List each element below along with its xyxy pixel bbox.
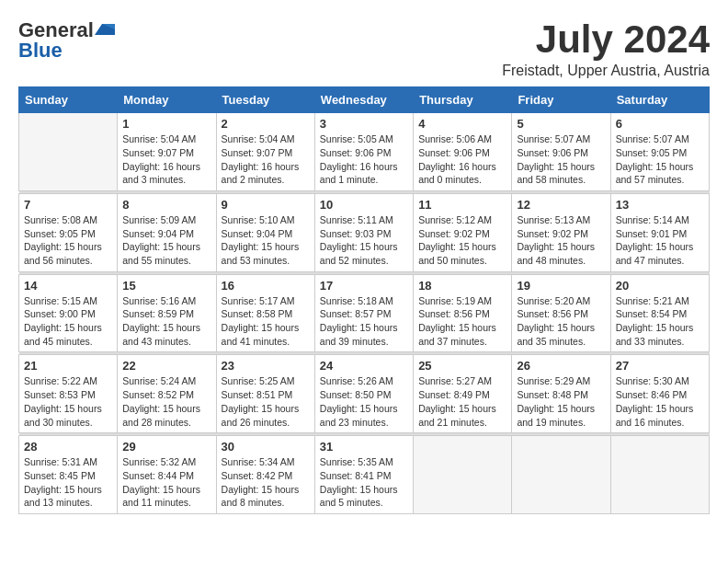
calendar-cell: 31Sunrise: 5:35 AMSunset: 8:41 PMDayligh…: [314, 436, 413, 514]
logo-blue: Blue: [18, 39, 63, 63]
calendar-cell: 24Sunrise: 5:26 AMSunset: 8:50 PMDayligh…: [314, 355, 413, 433]
calendar-week-3: 14Sunrise: 5:15 AMSunset: 9:00 PMDayligh…: [19, 274, 710, 352]
day-info: Sunrise: 5:20 AMSunset: 8:56 PMDaylight:…: [517, 294, 605, 349]
calendar-cell: 18Sunrise: 5:19 AMSunset: 8:56 PMDayligh…: [414, 274, 512, 352]
day-info: Sunrise: 5:34 AMSunset: 8:42 PMDaylight:…: [222, 455, 310, 510]
day-info: Sunrise: 5:30 AMSunset: 8:46 PMDaylight:…: [616, 374, 704, 429]
day-info: Sunrise: 5:15 AMSunset: 9:00 PMDaylight:…: [24, 294, 112, 349]
day-info: Sunrise: 5:29 AMSunset: 8:48 PMDaylight:…: [517, 374, 605, 429]
day-number: 25: [418, 359, 506, 373]
day-info: Sunrise: 5:07 AMSunset: 9:06 PMDaylight:…: [517, 132, 605, 187]
day-info: Sunrise: 5:09 AMSunset: 9:04 PMDaylight:…: [122, 213, 210, 268]
calendar-week-1: 1Sunrise: 5:04 AMSunset: 9:07 PMDaylight…: [19, 113, 710, 191]
calendar-cell: 10Sunrise: 5:11 AMSunset: 9:03 PMDayligh…: [314, 193, 413, 271]
day-info: Sunrise: 5:25 AMSunset: 8:51 PMDaylight:…: [222, 374, 310, 429]
calendar-cell: 7Sunrise: 5:08 AMSunset: 9:05 PMDaylight…: [19, 193, 118, 271]
day-number: 10: [320, 198, 408, 212]
day-number: 18: [418, 279, 506, 293]
calendar-cell: 11Sunrise: 5:12 AMSunset: 9:02 PMDayligh…: [414, 193, 512, 271]
calendar-cell: 22Sunrise: 5:24 AMSunset: 8:52 PMDayligh…: [118, 355, 216, 433]
day-number: 16: [222, 279, 310, 293]
day-info: Sunrise: 5:08 AMSunset: 9:05 PMDaylight:…: [24, 213, 112, 268]
calendar-cell: 20Sunrise: 5:21 AMSunset: 8:54 PMDayligh…: [610, 274, 709, 352]
day-number: 22: [122, 359, 210, 373]
day-info: Sunrise: 5:14 AMSunset: 9:01 PMDaylight:…: [616, 213, 704, 268]
weekday-header-thursday: Thursday: [414, 87, 512, 113]
day-number: 6: [616, 117, 704, 131]
day-info: Sunrise: 5:19 AMSunset: 8:56 PMDaylight:…: [418, 294, 506, 349]
day-number: 29: [122, 440, 210, 454]
calendar-cell: 3Sunrise: 5:05 AMSunset: 9:06 PMDaylight…: [314, 113, 413, 191]
day-number: 8: [122, 198, 210, 212]
calendar-cell: [610, 436, 709, 514]
weekday-header-monday: Monday: [118, 87, 216, 113]
day-number: 19: [517, 279, 605, 293]
day-number: 23: [222, 359, 310, 373]
day-number: 24: [320, 359, 408, 373]
day-info: Sunrise: 5:31 AMSunset: 8:45 PMDaylight:…: [24, 455, 112, 510]
calendar-cell: 17Sunrise: 5:18 AMSunset: 8:57 PMDayligh…: [314, 274, 413, 352]
day-info: Sunrise: 5:16 AMSunset: 8:59 PMDaylight:…: [122, 294, 210, 349]
weekday-header-saturday: Saturday: [610, 87, 709, 113]
calendar-cell: 21Sunrise: 5:22 AMSunset: 8:53 PMDayligh…: [19, 355, 118, 433]
location-title: Freistadt, Upper Austria, Austria: [502, 63, 710, 79]
calendar-cell: [414, 436, 512, 514]
logo: General Blue: [18, 18, 116, 63]
calendar-cell: 12Sunrise: 5:13 AMSunset: 9:02 PMDayligh…: [512, 193, 610, 271]
day-number: 14: [24, 279, 112, 293]
calendar-cell: 5Sunrise: 5:07 AMSunset: 9:06 PMDaylight…: [512, 113, 610, 191]
calendar-cell: 28Sunrise: 5:31 AMSunset: 8:45 PMDayligh…: [19, 436, 118, 514]
day-number: 30: [222, 440, 310, 454]
month-title: July 2024: [502, 18, 710, 61]
calendar-cell: 8Sunrise: 5:09 AMSunset: 9:04 PMDaylight…: [118, 193, 216, 271]
calendar-cell: 15Sunrise: 5:16 AMSunset: 8:59 PMDayligh…: [118, 274, 216, 352]
calendar-cell: 2Sunrise: 5:04 AMSunset: 9:07 PMDaylight…: [216, 113, 314, 191]
day-info: Sunrise: 5:04 AMSunset: 9:07 PMDaylight:…: [222, 132, 310, 187]
calendar-cell: 16Sunrise: 5:17 AMSunset: 8:58 PMDayligh…: [216, 274, 314, 352]
day-number: 13: [616, 198, 704, 212]
day-info: Sunrise: 5:17 AMSunset: 8:58 PMDaylight:…: [222, 294, 310, 349]
calendar-cell: 30Sunrise: 5:34 AMSunset: 8:42 PMDayligh…: [216, 436, 314, 514]
day-number: 5: [517, 117, 605, 131]
day-number: 27: [616, 359, 704, 373]
page-header: General Blue July 2024 Freistadt, Upper …: [18, 18, 710, 79]
day-info: Sunrise: 5:27 AMSunset: 8:49 PMDaylight:…: [418, 374, 506, 429]
day-number: 2: [222, 117, 310, 131]
calendar-cell: [19, 113, 118, 191]
day-number: 12: [517, 198, 605, 212]
calendar-cell: 1Sunrise: 5:04 AMSunset: 9:07 PMDaylight…: [118, 113, 216, 191]
logo-icon: [95, 22, 115, 39]
day-info: Sunrise: 5:05 AMSunset: 9:06 PMDaylight:…: [320, 132, 408, 187]
day-number: 31: [320, 440, 408, 454]
calendar-cell: 6Sunrise: 5:07 AMSunset: 9:05 PMDaylight…: [610, 113, 709, 191]
day-info: Sunrise: 5:13 AMSunset: 9:02 PMDaylight:…: [517, 213, 605, 268]
day-info: Sunrise: 5:04 AMSunset: 9:07 PMDaylight:…: [122, 132, 210, 187]
day-info: Sunrise: 5:24 AMSunset: 8:52 PMDaylight:…: [122, 374, 210, 429]
calendar-cell: 14Sunrise: 5:15 AMSunset: 9:00 PMDayligh…: [19, 274, 118, 352]
calendar-cell: 19Sunrise: 5:20 AMSunset: 8:56 PMDayligh…: [512, 274, 610, 352]
day-number: 11: [418, 198, 506, 212]
calendar-cell: 4Sunrise: 5:06 AMSunset: 9:06 PMDaylight…: [414, 113, 512, 191]
calendar-cell: 26Sunrise: 5:29 AMSunset: 8:48 PMDayligh…: [512, 355, 610, 433]
day-number: 1: [122, 117, 210, 131]
day-number: 4: [418, 117, 506, 131]
weekday-header-friday: Friday: [512, 87, 610, 113]
day-number: 7: [24, 198, 112, 212]
day-info: Sunrise: 5:21 AMSunset: 8:54 PMDaylight:…: [616, 294, 704, 349]
weekday-header-wednesday: Wednesday: [314, 87, 413, 113]
calendar-cell: 13Sunrise: 5:14 AMSunset: 9:01 PMDayligh…: [610, 193, 709, 271]
calendar-week-5: 28Sunrise: 5:31 AMSunset: 8:45 PMDayligh…: [19, 436, 710, 514]
day-info: Sunrise: 5:06 AMSunset: 9:06 PMDaylight:…: [418, 132, 506, 187]
day-info: Sunrise: 5:11 AMSunset: 9:03 PMDaylight:…: [320, 213, 408, 268]
day-info: Sunrise: 5:35 AMSunset: 8:41 PMDaylight:…: [320, 455, 408, 510]
svg-marker-1: [95, 24, 102, 35]
day-number: 17: [320, 279, 408, 293]
weekday-header-row: SundayMondayTuesdayWednesdayThursdayFrid…: [19, 87, 710, 113]
calendar-cell: 29Sunrise: 5:32 AMSunset: 8:44 PMDayligh…: [118, 436, 216, 514]
calendar-cell: 27Sunrise: 5:30 AMSunset: 8:46 PMDayligh…: [610, 355, 709, 433]
day-number: 28: [24, 440, 112, 454]
day-info: Sunrise: 5:10 AMSunset: 9:04 PMDaylight:…: [222, 213, 310, 268]
day-info: Sunrise: 5:22 AMSunset: 8:53 PMDaylight:…: [24, 374, 112, 429]
day-number: 3: [320, 117, 408, 131]
day-info: Sunrise: 5:32 AMSunset: 8:44 PMDaylight:…: [122, 455, 210, 510]
